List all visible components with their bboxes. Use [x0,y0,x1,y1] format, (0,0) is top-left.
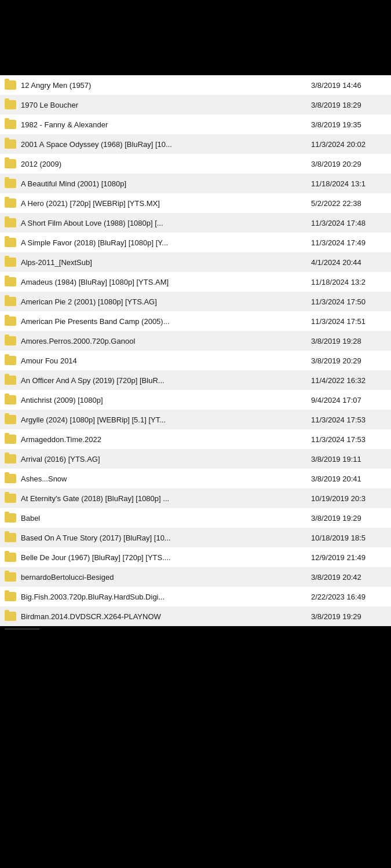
file-name: Armageddon.Time.2022 [21,435,311,444]
folder-icon [5,297,16,306]
file-name: At Eternity's Gate (2018) [BluRay] [1080… [21,494,311,503]
file-name: Belle De Jour (1967) [BluRay] [720p] [YT… [21,553,311,562]
folder-icon [5,139,16,149]
table-row[interactable]: Birdman.2014.DVDSCR.X264-PLAYNOW3/8/2019… [0,606,391,626]
table-row[interactable]: At Eternity's Gate (2018) [BluRay] [1080… [0,488,391,508]
file-name: Alps-2011_[NextSub] [21,258,311,267]
file-name: Argylle (2024) [1080p] [WEBRip] [5.1] [Y… [21,415,311,424]
table-row[interactable]: Armageddon.Time.202211/3/2024 17:53 [0,429,391,449]
file-date: 10/19/2019 20:3 [311,494,386,503]
file-date: 11/3/2024 17:53 [311,415,386,424]
folder-icon [5,494,16,503]
folder-icon [5,553,16,562]
file-date: 11/18/2024 13:2 [311,278,386,286]
file-name: Amores.Perros.2000.720p.Ganool [21,337,311,345]
folder-icon [5,612,16,621]
table-row[interactable]: A Short Film About Love (1988) [1080p] [… [0,213,391,233]
folder-icon [5,317,16,326]
file-name: Babel [21,514,311,523]
folder-icon [5,258,16,267]
folder-icon [5,376,16,385]
table-row[interactable]: Amour Fou 20143/8/2019 20:29 [0,351,391,370]
file-name: A Beautiful Mind (2001) [1080p] [21,179,311,188]
table-row[interactable]: Amadeus (1984) [BluRay] [1080p] [YTS.AM]… [0,272,391,292]
folder-icon [5,120,16,129]
file-date: 3/8/2019 20:42 [311,573,386,582]
table-row[interactable]: Antichrist (2009) [1080p]9/4/2024 17:07 [0,390,391,410]
table-row[interactable]: American Pie 2 (2001) [1080p] [YTS.AG]11… [0,292,391,311]
folder-icon [5,513,16,523]
table-row[interactable]: Babel3/8/2019 19:29 [0,508,391,528]
folder-icon [5,336,16,345]
file-date: 3/8/2019 19:29 [311,514,386,523]
folder-icon [5,533,16,542]
file-date: 11/3/2024 17:48 [311,219,386,227]
file-date: 3/8/2019 19:11 [311,455,386,464]
file-date: 10/18/2019 18:5 [311,534,386,542]
table-row[interactable]: 12 Angry Men (1957)3/8/2019 14:46 [0,75,391,95]
file-date: 3/8/2019 20:29 [311,160,386,168]
file-date: 11/3/2024 17:53 [311,435,386,444]
table-row[interactable]: Big.Fish.2003.720p.BluRay.HardSub.Digi..… [0,587,391,606]
file-name: Based On A True Story (2017) [BluRay] [1… [21,534,311,542]
table-row[interactable]: bernardoBertolucci-Besiged3/8/2019 20:42 [0,567,391,587]
file-list-container: 12 Angry Men (1957)3/8/2019 14:461970 Le… [0,75,391,626]
file-name: 2001 A Space Odyssey (1968) [BluRay] [10… [21,140,311,149]
table-row[interactable]: A Simple Favor (2018) [BluRay] [1080p] [… [0,233,391,252]
divider-line [5,628,39,630]
file-date: 3/8/2019 20:29 [311,356,386,365]
file-date: 11/3/2024 20:02 [311,140,386,149]
table-row[interactable]: Arrival (2016) [YTS.AG]3/8/2019 19:11 [0,449,391,469]
folder-icon [5,572,16,582]
folder-icon [5,198,16,208]
table-row[interactable]: 1982 - Fanny & Alexander3/8/2019 19:35 [0,115,391,134]
table-row[interactable]: Amores.Perros.2000.720p.Ganool3/8/2019 1… [0,331,391,351]
table-row[interactable]: Belle De Jour (1967) [BluRay] [720p] [YT… [0,547,391,567]
top-bar [0,0,391,75]
file-date: 3/8/2019 19:29 [311,612,386,621]
folder-icon [5,592,16,601]
table-row[interactable]: 2001 A Space Odyssey (1968) [BluRay] [10… [0,134,391,154]
file-date: 11/3/2024 17:50 [311,297,386,306]
file-name: An Officer And A Spy (2019) [720p] [BluR… [21,376,311,385]
file-name: Arrival (2016) [YTS.AG] [21,455,311,464]
file-date: 11/4/2022 16:32 [311,376,386,385]
table-row[interactable]: American Pie Presents Band Camp (2005)..… [0,311,391,331]
file-name: A Hero (2021) [720p] [WEBRip] [YTS.MX] [21,199,311,208]
folder-icon [5,395,16,404]
table-row[interactable]: Argylle (2024) [1080p] [WEBRip] [5.1] [Y… [0,410,391,429]
folder-icon [5,218,16,227]
file-name: Ashes...Snow [21,475,311,483]
file-date: 11/18/2024 13:1 [311,179,386,188]
table-row[interactable]: A Hero (2021) [720p] [WEBRip] [YTS.MX]5/… [0,193,391,213]
table-row[interactable]: Ashes...Snow3/8/2019 20:41 [0,469,391,488]
table-row[interactable]: 1970 Le Boucher3/8/2019 18:29 [0,95,391,115]
folder-icon [5,100,16,109]
folder-icon [5,277,16,286]
file-date: 11/3/2024 17:51 [311,317,386,326]
file-name: 12 Angry Men (1957) [21,81,311,90]
folder-icon [5,435,16,444]
file-name: 1982 - Fanny & Alexander [21,120,311,129]
folder-icon [5,80,16,90]
folder-icon [5,179,16,188]
folder-icon [5,454,16,464]
file-name: Antichrist (2009) [1080p] [21,396,311,404]
table-row[interactable]: 2012 (2009)3/8/2019 20:29 [0,154,391,174]
table-row[interactable]: Alps-2011_[NextSub]4/1/2024 20:44 [0,252,391,272]
folder-icon [5,415,16,424]
table-row[interactable]: A Beautiful Mind (2001) [1080p]11/18/202… [0,174,391,193]
table-row[interactable]: Based On A True Story (2017) [BluRay] [1… [0,528,391,547]
file-date: 5/2/2022 22:38 [311,199,386,208]
file-name: American Pie 2 (2001) [1080p] [YTS.AG] [21,297,311,306]
folder-icon [5,159,16,168]
file-name: A Simple Favor (2018) [BluRay] [1080p] [… [21,238,311,247]
folder-icon [5,356,16,365]
bottom-bar [0,632,391,713]
file-date: 9/4/2024 17:07 [311,396,386,404]
file-date: 3/8/2019 19:28 [311,337,386,345]
file-name: American Pie Presents Band Camp (2005)..… [21,317,311,326]
file-name: 2012 (2009) [21,160,311,168]
file-date: 11/3/2024 17:49 [311,238,386,247]
table-row[interactable]: An Officer And A Spy (2019) [720p] [BluR… [0,370,391,390]
